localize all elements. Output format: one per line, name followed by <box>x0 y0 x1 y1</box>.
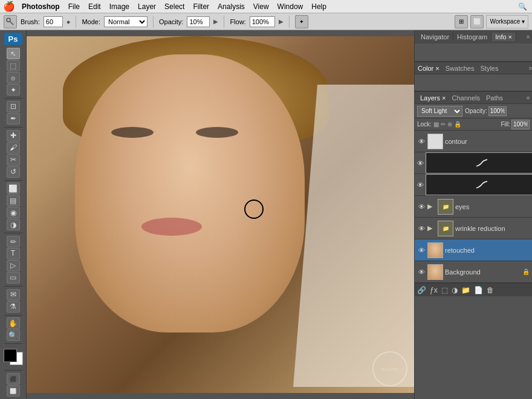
marquee-tool[interactable]: ⬚ <box>7 60 20 71</box>
color-swatches[interactable] <box>4 349 23 365</box>
mode-select[interactable]: Normal <box>104 16 148 27</box>
separator <box>76 16 76 28</box>
menu-view[interactable]: View <box>250 2 273 11</box>
color-panel-section: Color × Swatches Styles ≡ <box>415 62 532 92</box>
hand-tool[interactable]: ✋ <box>7 317 20 329</box>
opacity-arrow[interactable]: ▶ <box>213 18 218 25</box>
magic-wand-tool[interactable]: ✦ <box>7 84 20 96</box>
opacity-input[interactable] <box>187 16 210 27</box>
layers-menu-icon[interactable]: ≡ <box>527 95 530 101</box>
layer-visibility-contour[interactable]: 👁 <box>417 137 426 146</box>
new-group-btn[interactable]: 📁 <box>461 286 470 294</box>
menu-image[interactable]: Image <box>106 2 133 11</box>
lasso-tool[interactable]: ⌾ <box>7 72 20 83</box>
fill-value[interactable] <box>511 120 530 129</box>
notes-tool[interactable]: ✉ <box>7 289 20 300</box>
color-panel-menu[interactable]: ≡ <box>529 65 532 71</box>
clone-stamp-tool[interactable]: ✂ <box>7 154 20 166</box>
folder-arrow-wrinkle[interactable]: ▶ <box>427 224 436 233</box>
blur-tool[interactable]: ◉ <box>7 207 20 218</box>
layer-wrinkle[interactable]: 👁 ▶ 📁 wrinkle reduction <box>415 218 532 239</box>
gradient-tool[interactable]: ▤ <box>7 195 20 206</box>
move-tool[interactable]: ↖ <box>7 48 20 59</box>
menu-help[interactable]: Help <box>308 2 330 11</box>
panel-menu-icon[interactable]: ≡ <box>527 34 530 40</box>
layer-retouched[interactable]: 👁 retouched <box>415 239 532 261</box>
lock-transparency-icon[interactable]: ▦ <box>433 121 439 128</box>
canvas[interactable]: PHOTO <box>27 36 414 393</box>
tab-info[interactable]: Info × <box>491 33 516 41</box>
menu-analysis[interactable]: Analysis <box>214 2 248 11</box>
tab-swatches[interactable]: Swatches <box>443 64 478 73</box>
airbrush-toggle[interactable]: ✦ <box>295 15 308 28</box>
type-tool[interactable]: T <box>7 248 20 259</box>
menu-window[interactable]: Window <box>274 2 307 11</box>
apple-menu[interactable]: 🍎 <box>0 1 18 12</box>
lock-position-icon[interactable]: ⊕ <box>447 121 452 128</box>
zoom-tool[interactable]: 🔍 <box>7 329 20 341</box>
tab-channels[interactable]: Channels <box>449 94 483 102</box>
layer-background[interactable]: 👁 Background 🔒 <box>415 261 532 283</box>
healing-tool[interactable]: ✚ <box>7 130 20 141</box>
history-brush-tool[interactable]: ↺ <box>7 166 20 178</box>
eraser-tool[interactable]: ⬜ <box>7 183 20 194</box>
workspace-button[interactable]: Workspace ▾ <box>486 15 528 28</box>
tab-histogram[interactable]: Histogram <box>453 33 491 41</box>
layer-visibility-background[interactable]: 👁 <box>417 268 426 276</box>
tab-color[interactable]: Color × <box>415 64 443 73</box>
link-layers-btn[interactable]: 🔗 <box>417 286 426 294</box>
layer-curves3[interactable]: 👁 Curves 3 <box>415 152 532 174</box>
arrange-icon[interactable]: ⊞ <box>455 15 468 28</box>
pen-tool[interactable]: ✏ <box>7 236 20 247</box>
brush-size-input[interactable] <box>44 16 63 27</box>
tab-layers[interactable]: Layers × <box>417 94 449 102</box>
layer-visibility-eyes[interactable]: 👁 <box>417 203 426 211</box>
eyedropper2-tool[interactable]: ⚗ <box>7 301 20 313</box>
menu-filter[interactable]: Filter <box>189 2 213 11</box>
layer-name-contour: contour <box>445 138 530 145</box>
search-button[interactable]: 🔍 <box>518 2 527 11</box>
blend-mode-select[interactable]: Soft Light Normal Multiply <box>417 106 462 117</box>
screen-mode-btn[interactable]: ⬜ <box>7 385 20 397</box>
lock-paint-icon[interactable]: ✏ <box>441 121 446 128</box>
flow-arrow[interactable]: ▶ <box>279 18 284 25</box>
folder-arrow-eyes[interactable]: ▶ <box>427 203 436 211</box>
layer-visibility-curves3[interactable]: 👁 <box>417 159 424 167</box>
tab-paths[interactable]: Paths <box>483 94 506 102</box>
delete-layer-btn[interactable]: 🗑 <box>487 286 494 294</box>
tab-styles[interactable]: Styles <box>477 64 501 73</box>
brush-size-icon: ● <box>66 18 71 25</box>
layer-contour[interactable]: 👁 contour <box>415 131 532 152</box>
flow-label: Flow: <box>230 18 245 25</box>
quick-mask-btn[interactable]: ⬛ <box>7 373 20 384</box>
layer-visibility-retouched[interactable]: 👁 <box>417 246 426 255</box>
add-mask-btn[interactable]: ⬚ <box>441 286 448 294</box>
layer-visibility-wrinkle[interactable]: 👁 <box>417 224 426 233</box>
lock-all-icon[interactable]: 🔒 <box>454 121 461 128</box>
path-tool[interactable]: ▷ <box>7 260 20 271</box>
crop-tool[interactable]: ⊡ <box>7 101 20 112</box>
dodge-tool[interactable]: ◑ <box>7 219 20 230</box>
layer-thumb-retouched <box>427 242 443 258</box>
layer-eyes[interactable]: 👁 ▶ 📁 eyes <box>415 196 532 218</box>
layer-curves2[interactable]: 👁 Curves 2 <box>415 174 532 196</box>
opacity-value[interactable] <box>488 106 507 116</box>
menu-edit[interactable]: Edit <box>85 2 105 11</box>
new-layer-btn[interactable]: 📄 <box>474 286 483 294</box>
right-eye <box>196 127 238 138</box>
new-fill-layer-btn[interactable]: ◑ <box>452 286 458 294</box>
add-style-btn[interactable]: ƒx <box>430 286 438 294</box>
lock-label: Lock: <box>417 121 432 128</box>
layer-visibility-curves2[interactable]: 👁 <box>417 181 424 189</box>
tab-navigator[interactable]: Navigator <box>417 33 453 41</box>
flow-input[interactable] <box>250 16 275 27</box>
shape-tool[interactable]: ▭ <box>7 272 20 284</box>
brush-tool[interactable]: 🖌 <box>7 142 20 154</box>
eyedropper-tool[interactable]: ✒ <box>7 113 20 125</box>
menu-file[interactable]: File <box>65 2 83 11</box>
menu-layer[interactable]: Layer <box>134 2 160 11</box>
menu-photoshop[interactable]: Photoshop <box>18 2 63 11</box>
menu-select[interactable]: Select <box>161 2 188 11</box>
foreground-color-swatch[interactable] <box>4 349 17 362</box>
screen-mode-icon[interactable]: ⬜ <box>470 15 484 28</box>
